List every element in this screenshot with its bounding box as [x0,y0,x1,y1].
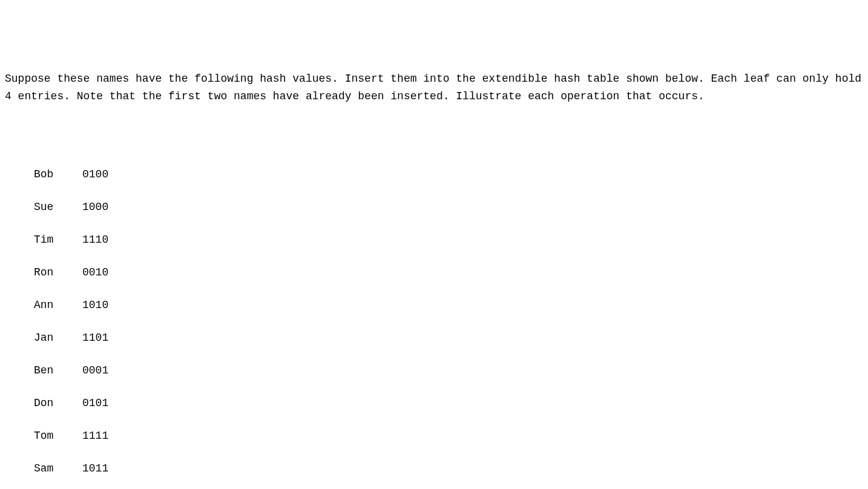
hash-value: 0001 [82,363,108,379]
hash-entry: Bob0100 [34,166,863,183]
hash-value: 0101 [82,395,108,412]
hash-values-list: Bob0100 Sue1000 Tim1110 Ron0010 Ann1010 … [34,150,863,489]
hash-name: Tim [34,232,82,248]
hash-value: 0010 [82,264,108,281]
hash-entry: Don0101 [34,395,863,412]
hash-entry: Sam1011 [34,461,863,477]
hash-value: 1011 [82,461,108,477]
hash-entry: Sue1000 [34,199,863,215]
hash-value: 1000 [82,199,108,215]
hash-name: Ron [34,264,82,281]
hash-entry: Tom1111 [34,428,863,444]
hash-entry: Ann1010 [34,297,863,313]
hash-entry: Tim1110 [34,232,863,248]
hash-value: 1010 [82,297,108,313]
hash-name: Ben [34,363,82,379]
hash-name: Sue [34,199,82,215]
hash-entry: Jan1101 [34,330,863,346]
hash-value: 1110 [82,232,108,248]
hash-value: 1101 [82,330,108,346]
hash-name: Sam [34,461,82,477]
hash-entry: Ben0001 [34,363,863,379]
hash-name: Jan [34,330,82,346]
hash-value: 1111 [82,428,108,444]
hash-name: Ann [34,297,82,313]
hash-name: Tom [34,428,82,444]
problem-statement: Suppose these names have the following h… [5,70,863,105]
hash-name: Don [34,395,82,412]
hash-entry: Ron0010 [34,264,863,281]
hash-name: Bob [34,166,82,183]
hash-value: 0100 [82,166,108,183]
